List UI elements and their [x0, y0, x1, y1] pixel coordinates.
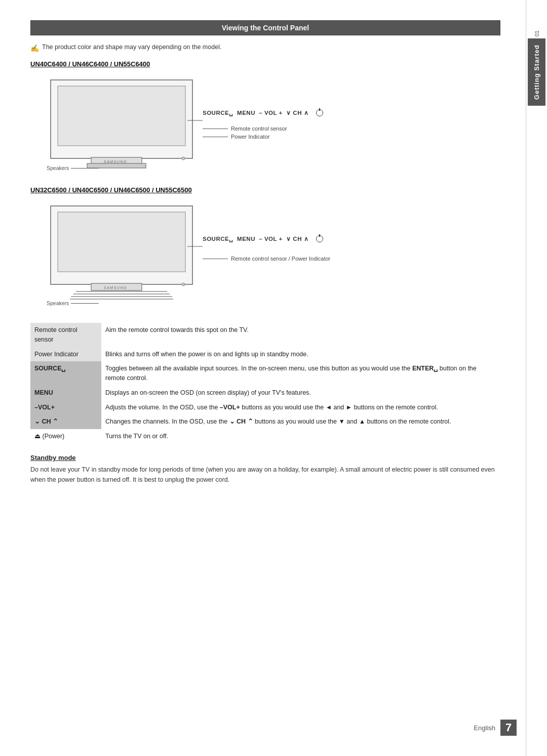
svg-rect-1 — [58, 86, 185, 146]
speakers-label-1: Speakers — [47, 165, 69, 171]
ann-combined: Remote control sensor / Power Indicator — [203, 256, 330, 262]
controls-text-2: SOURCE␣ MENU – VOL + ∨ CH ∧ — [203, 235, 312, 242]
feature-desc-0: Aim the remote control towards this spot… — [101, 323, 500, 347]
table-row: Remote control sensor Aim the remote con… — [30, 323, 500, 347]
table-row: Power Indicator Blinks and turns off whe… — [30, 347, 500, 362]
power-indicator-label-1: Power Indicator — [231, 134, 269, 140]
standby-text: Do not leave your TV in standby mode for… — [30, 465, 500, 485]
speakers-annotation-1: Speakers — [47, 165, 99, 171]
svg-point-15 — [182, 283, 185, 286]
svg-rect-8 — [58, 212, 185, 272]
side-tab-number: 01 — [534, 30, 540, 36]
standby-title: Standby mode — [30, 454, 500, 461]
tv-diagram-1: SAMSUNG SOURCE␣ MENU – VOL + ∨ CH ∧ — [35, 75, 339, 181]
speakers-line-1 — [71, 168, 99, 169]
power-icon-2 — [316, 235, 323, 242]
tv-svg-1: SAMSUNG — [46, 77, 208, 171]
ann-dash-remote — [203, 129, 228, 129]
side-tab: 01 Getting Started — [526, 0, 547, 756]
feature-desc-4: Adjusts the volume. In the OSD, use the … — [101, 400, 500, 415]
feature-label-6: ⏏ (Power) — [30, 429, 101, 444]
speakers-label-2: Speakers — [47, 300, 69, 306]
power-indicator-annotation-1: Power Indicator — [203, 134, 269, 144]
ann-remote-sensor: Remote control sensor — [203, 125, 287, 132]
note-text: The product color and shape may vary dep… — [42, 44, 221, 51]
feature-desc-6: Turns the TV on or off. — [101, 429, 500, 444]
feature-label-3: MENU — [30, 386, 101, 400]
footer-language: English — [474, 724, 495, 732]
table-row: ⌄ CH ⌃ Changes the channels. In the OSD,… — [30, 414, 500, 429]
table-row: –VOL+ Adjusts the volume. In the OSD, us… — [30, 400, 500, 415]
ann-dash-combined — [203, 259, 228, 259]
section-title: Viewing the Control Panel — [30, 20, 500, 35]
speakers-line-2 — [71, 303, 99, 304]
svg-text:SAMSUNG: SAMSUNG — [104, 286, 127, 289]
control-row-2: SOURCE␣ MENU – VOL + ∨ CH ∧ — [203, 235, 323, 242]
feature-label-5: ⌄ CH ⌃ — [30, 414, 101, 429]
feature-desc-2: Toggles between all the available input … — [101, 361, 500, 386]
controls-text-1: SOURCE␣ MENU – VOL + ∨ CH ∧ — [203, 109, 312, 116]
features-table: Remote control sensor Aim the remote con… — [30, 323, 500, 444]
table-row: MENU Displays an on-screen the OSD (on s… — [30, 386, 500, 400]
table-row: ⏏ (Power) Turns the TV on or off. — [30, 429, 500, 444]
note-icon: ✍ — [30, 44, 39, 52]
side-tab-label: Getting Started — [528, 38, 545, 106]
tv2-controls: SOURCE␣ MENU – VOL + ∨ CH ∧ — [203, 235, 323, 242]
feature-label-1: Power Indicator — [30, 347, 101, 362]
footer-page-number: 7 — [500, 720, 517, 736]
ann-dash-power — [203, 137, 228, 137]
power-icon-1 — [316, 109, 323, 116]
speakers-annotation-2: Speakers — [47, 300, 99, 306]
combined-label: Remote control sensor / Power Indicator — [231, 256, 330, 262]
combined-annotation: Remote control sensor / Power Indicator — [203, 256, 330, 266]
svg-text:SAMSUNG: SAMSUNG — [104, 160, 127, 163]
note-line: ✍ The product color and shape may vary d… — [30, 44, 500, 52]
ann-power-indicator: Power Indicator — [203, 134, 269, 140]
feature-desc-3: Displays an on-screen the OSD (on screen… — [101, 386, 500, 400]
remote-sensor-label-1: Remote control sensor — [231, 125, 287, 132]
feature-label-0: Remote control sensor — [30, 323, 101, 347]
table-row: SOURCE␣ Toggles between all the availabl… — [30, 361, 500, 386]
standby-section: Standby mode Do not leave your TV in sta… — [30, 454, 500, 485]
tv-diagram-2: SAMSUNG SOURCE␣ MENU – VOL + ∨ CH ∧ — [35, 201, 339, 315]
svg-point-5 — [182, 157, 185, 160]
feature-label-2: SOURCE␣ — [30, 361, 101, 386]
tv-svg-2: SAMSUNG — [46, 203, 208, 305]
feature-desc-5: Changes the channels. In the OSD, use th… — [101, 414, 500, 429]
tv1-controls: SOURCE␣ MENU – VOL + ∨ CH ∧ — [203, 109, 323, 116]
control-row-1: SOURCE␣ MENU – VOL + ∨ CH ∧ — [203, 109, 323, 116]
feature-label-4: –VOL+ — [30, 400, 101, 415]
model1-heading: UN40C6400 / UN46C6400 / UN55C6400 — [30, 60, 500, 68]
footer: English 7 — [474, 720, 517, 736]
feature-desc-1: Blinks and turns off when the power is o… — [101, 347, 500, 362]
model2-heading: UN32C6500 / UN40C6500 / UN46C6500 / UN55… — [30, 186, 500, 194]
